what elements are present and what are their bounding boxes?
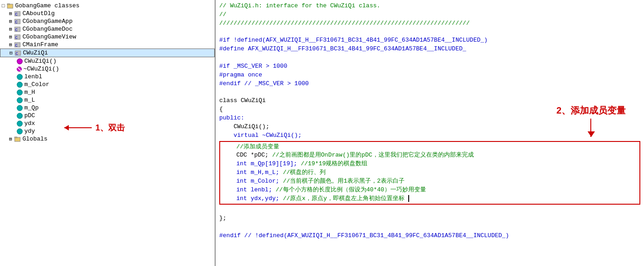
svg-point-19 (17, 90, 22, 95)
highlight-line-4: int m_H,m_L; //棋盘的行、列 (222, 168, 638, 177)
annotation-2-arrow (590, 119, 591, 137)
svg-point-18 (17, 82, 22, 87)
sidebar-item-cwuziqi-dtor[interactable]: ~CWuZiQi() (0, 65, 215, 73)
svg-point-23 (17, 121, 22, 126)
sidebar-item-cgobang-doc[interactable]: ⊞ C CGobangGameDoc (0, 25, 215, 33)
sidebar-item-caboutdlg[interactable]: ⊞ C CAboutDlg (0, 10, 215, 17)
code-line-10: #endif // _MSC_VER > 1000 (219, 80, 640, 88)
svg-text:C: C (15, 12, 18, 17)
class-icon-cwuziqi: C (14, 50, 22, 56)
annotation-2-text: 2、添加成员变量 (556, 104, 626, 117)
svg-point-21 (17, 105, 22, 111)
caboutdlg-label: CAboutDlg (22, 10, 55, 17)
expand-icon-globals[interactable]: ⊞ (7, 136, 14, 142)
class-icon-cgobangdoc: C (14, 26, 21, 33)
svg-point-24 (17, 129, 22, 134)
svg-text:C: C (15, 43, 18, 48)
expand-icon[interactable]: □ (0, 3, 6, 9)
code-line-8: #if _MSC_VER > 1000 (219, 62, 640, 71)
ydy-label: ydy (24, 128, 35, 135)
code-line-9: #pragma once (219, 71, 640, 80)
expand-icon[interactable]: ⊞ (7, 11, 14, 16)
cgobangdoc-label: CGobangGameDoc (22, 26, 72, 33)
expand-icon-cwuziqi[interactable]: ⊟ (8, 50, 14, 56)
field-icon-mqp (17, 105, 23, 111)
sidebar-item-pdc[interactable]: pDC (0, 112, 215, 119)
field-icon-lenbl (17, 74, 23, 80)
field-icon-ml (17, 97, 23, 103)
sidebar-item-cmainframe[interactable]: ⊞ C CMainFrame (0, 41, 215, 49)
cmainframe-label: CMainFrame (22, 41, 58, 48)
svg-rect-1 (7, 4, 10, 5)
folder-icon-globals (14, 136, 21, 142)
expand-icon[interactable]: ⊞ (7, 26, 14, 32)
m-qp-label: m_Qp (24, 104, 39, 111)
code-line-11 (219, 88, 640, 97)
root-label: GobangGame classes (15, 2, 79, 9)
field-icon-pdc (17, 113, 23, 119)
class-icon-cgobangapp: C (14, 18, 21, 25)
expand-icon[interactable]: ⊞ (7, 18, 14, 24)
sidebar-item-m-l[interactable]: m_L (0, 96, 215, 104)
svg-text:C: C (16, 52, 18, 56)
code-line-7 (219, 54, 640, 62)
code-line-6: #define AFX_WUZIQI_H__FF310671_BC31_4B41… (219, 45, 640, 54)
code-line-endif: #endif // !defined(AFX_WUZIQI_H__FF31067… (219, 232, 640, 240)
svg-text:C: C (15, 36, 18, 40)
code-line-3: ////////////////////////////////////////… (219, 19, 640, 28)
m-l-label: m_L (24, 97, 35, 103)
sidebar-item-cwuziqi-ctor[interactable]: CWuZiQi() (0, 57, 215, 65)
annotation-1-text: 1、双击 (95, 122, 125, 133)
class-icon-cmainframe: C (14, 42, 21, 48)
cwuziqi-ctor-label: CWuZiQi() (24, 58, 56, 65)
expand-icon[interactable]: ⊞ (7, 42, 14, 48)
cgobangview-label: CGobangGameView (22, 33, 76, 40)
annotation-2: 2、添加成员变量 (556, 104, 626, 137)
highlight-line-1: //添加成员变量 (222, 143, 638, 152)
field-icon-ydy (17, 128, 23, 135)
svg-point-17 (17, 74, 22, 80)
highlighted-code-section: //添加成员变量 CDC *pDC; //之前画图都是用OnDraw()里的pD… (219, 141, 640, 205)
svg-text:C: C (15, 28, 18, 33)
m-h-label: m_H (24, 89, 35, 96)
sidebar-item-lenbl[interactable]: lenbl (0, 73, 215, 81)
sidebar-item-m-qp[interactable]: m_Qp (0, 104, 215, 112)
ydx-label: ydx (24, 120, 35, 127)
sidebar-item-cgobang-app[interactable]: ⊞ C CGobangGameApp (0, 17, 215, 25)
sidebar-item-cgobang-view[interactable]: ⊞ C CGobangGameView (0, 33, 215, 41)
folder-icon (6, 3, 14, 9)
code-line-space (219, 223, 640, 232)
code-line-closing: }; (219, 214, 640, 223)
code-line-5: #if !defined(AFX_WUZIQI_H__FF310671_BC31… (219, 36, 640, 45)
cwuziqi-dtor-label: ~CWuZiQi() (23, 65, 59, 72)
svg-point-22 (17, 113, 22, 119)
highlight-line-2: CDC *pDC; //之前画图都是用OnDraw()里的pDC，这里我们把它定… (222, 151, 638, 160)
sidebar-item-m-color[interactable]: m_Color (0, 81, 215, 88)
highlight-line-6: int lenbl; //每个小方格的长度比例（假设为40*40）一巧妙用变量 (222, 186, 638, 195)
class-tree[interactable]: □ GobangGame classes ⊞ C CAboutDlg ⊞ C C… (0, 0, 216, 266)
class-icon-cgobangview: C (14, 34, 21, 40)
svg-point-14 (17, 59, 22, 64)
field-icon-ydx (17, 120, 23, 127)
field-icon-mcolor (17, 81, 23, 88)
highlight-line-5: int m_Color; //当前棋子的颜色。用1表示黑子，2表示白子 (222, 177, 638, 186)
cwuziqi-label: CWuZiQi (23, 49, 48, 56)
highlight-line-7: int ydx,ydy; //原点x，原点y，即棋盘左上角初始位置坐标 (222, 195, 638, 203)
svg-text:C: C (15, 20, 18, 25)
method-icon-ctor (17, 58, 23, 65)
expand-icon[interactable]: ⊞ (7, 34, 14, 40)
globals-label: Globals (22, 136, 48, 142)
code-editor: // WuZiQi.h: interface for the CWuZiQi c… (216, 0, 644, 266)
pdc-label: pDC (24, 112, 35, 119)
code-line-2: // (219, 11, 640, 19)
tree-root: □ GobangGame classes (0, 2, 215, 10)
sidebar-item-cwuziqi[interactable]: ⊟ C CWuZiQi (0, 49, 215, 57)
cgobangapp-label: CGobangGameApp (22, 18, 72, 25)
sidebar-item-m-h[interactable]: m_H (0, 88, 215, 96)
svg-point-20 (17, 98, 22, 103)
code-line-after-highlight (219, 206, 640, 214)
sidebar-item-globals[interactable]: ⊞ Globals (0, 135, 215, 143)
code-line-1: // WuZiQi.h: interface for the CWuZiQi c… (219, 2, 640, 11)
field-icon-mh (17, 89, 23, 96)
annotation-1: 1、双击 (64, 122, 125, 133)
